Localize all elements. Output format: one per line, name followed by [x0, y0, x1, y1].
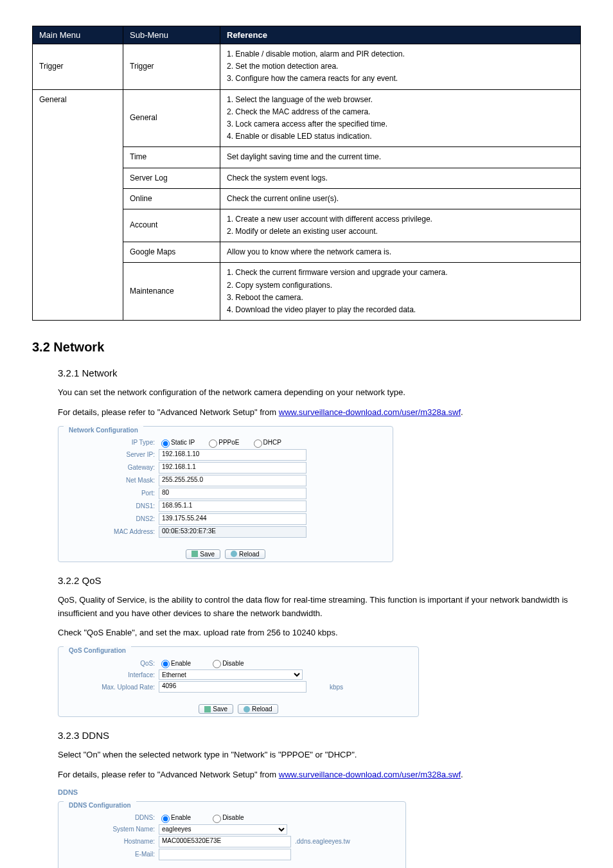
btn-label: Reload	[239, 551, 260, 558]
mac-value: 00:0E:53:20:E7:3E	[159, 526, 306, 538]
para-qos-1: QoS, Quality of Service, is the ability …	[58, 594, 581, 621]
th-sub-menu: Sub-Menu	[123, 26, 220, 44]
para-ddns-2: For details, please refer to "Advanced N…	[58, 768, 581, 782]
reload-button[interactable]: Reload	[238, 704, 278, 714]
save-button[interactable]: Save	[199, 704, 233, 714]
cell-sub: Time	[123, 147, 220, 168]
radio-label: Enable	[171, 660, 191, 667]
dns2-label: DNS2:	[65, 515, 159, 522]
network-config-panel: Network Configuration IP Type: Static IP…	[58, 426, 393, 562]
unit-label: kbps	[326, 684, 343, 691]
interface-select[interactable]: Ethernet	[159, 669, 303, 680]
cell-sub: General	[123, 89, 220, 147]
para-netcfg-link: For details, please refer to "Advanced N…	[58, 406, 581, 420]
cell-ref: 1. Select the language of the web browse…	[220, 89, 581, 147]
qos-disable-radio[interactable]	[213, 660, 221, 668]
main-menu-table: Main Menu Sub-Menu Reference Trigger Tri…	[32, 26, 581, 321]
ddns-config-panel: DDNS Configuration DDNS: Enable Disable …	[58, 801, 406, 868]
save-icon	[204, 706, 211, 713]
subheading-qos: 3.2.2 QoS	[58, 575, 581, 586]
hostname-label: Hostname:	[65, 838, 159, 845]
radio-label: PPPoE	[218, 439, 239, 446]
ddns-disable-radio[interactable]	[213, 815, 221, 823]
email-label: E-Mail:	[65, 851, 159, 858]
table-row: General General 1. Select the language o…	[33, 89, 581, 147]
radio-label: Disable	[222, 660, 244, 667]
para-netcfg-intro: You can set the network configuration of…	[58, 386, 581, 400]
heading-network: 3.2 Network	[32, 340, 581, 355]
ddns-title: DDNS	[32, 788, 581, 796]
btn-label: Reload	[252, 705, 272, 713]
sysname-select[interactable]: eagleeyes	[159, 824, 287, 835]
para-ddns-1: Select "On" when the selected network ty…	[58, 748, 581, 762]
gateway-label: Gateway:	[65, 464, 159, 471]
serverip-input[interactable]: 192.168.1.10	[159, 449, 306, 461]
btn-label: Save	[200, 551, 215, 558]
cell-ref: Allow you to know where the network came…	[220, 242, 581, 263]
legend: Network Configuration	[64, 425, 143, 434]
cell-sub: Account	[123, 209, 220, 242]
save-icon	[191, 551, 198, 557]
advanced-setup-link[interactable]: www.surveillance-download.com/user/m328a…	[279, 407, 461, 417]
hostname-suffix: .ddns.eagleeyes.tw	[291, 838, 350, 845]
reload-button[interactable]: Reload	[225, 549, 265, 559]
text: .	[461, 407, 463, 417]
reload-icon	[231, 551, 237, 557]
subheading-ddns: 3.2.3 DDNS	[58, 730, 581, 741]
text: For details, please refer to "Advanced N…	[58, 407, 279, 417]
ddns-enable-radio[interactable]	[161, 815, 170, 823]
para-qos-2: Check "QoS Enable", and set the max. upl…	[58, 626, 581, 640]
cell-ref: 1. Check the current firmware version an…	[220, 263, 581, 321]
save-button[interactable]: Save	[186, 549, 220, 559]
gateway-input[interactable]: 192.168.1.1	[159, 462, 306, 474]
cell-sub: Maintenance	[123, 263, 220, 321]
maxrate-label: Max. Upload Rate:	[65, 684, 159, 691]
cell-sub: Server Log	[123, 168, 220, 188]
text: For details, please refer to "Advanced N…	[58, 770, 279, 779]
cell-ref: Check the current online user(s).	[220, 188, 581, 209]
legend: QoS Configuration	[64, 646, 131, 654]
subheading-network: 3.2.1 Network	[58, 368, 581, 378]
dns1-input[interactable]: 168.95.1.1	[159, 500, 306, 512]
radio-label: Enable	[171, 814, 191, 821]
iptype-dhcp-radio[interactable]	[254, 439, 262, 448]
cell-ref: Check the system event logs.	[220, 168, 581, 188]
netmask-label: Net Mask:	[65, 477, 159, 484]
cell-sub: Online	[123, 188, 220, 209]
mac-label: MAC Address:	[65, 528, 159, 535]
serverip-label: Server IP:	[65, 451, 159, 458]
advanced-setup-link[interactable]: www.surveillance-download.com/user/m328a…	[279, 770, 461, 779]
port-label: Port:	[65, 490, 159, 497]
hostname-input[interactable]: MAC000E5320E73E	[159, 836, 291, 847]
reload-icon	[244, 706, 250, 713]
dns2-input[interactable]: 139.175.55.244	[159, 513, 306, 525]
cell-sub: Google Maps	[123, 242, 220, 263]
text: .	[461, 770, 463, 779]
table-row: Trigger Trigger 1. Enable / disable moti…	[33, 44, 581, 90]
cell-ref: 1. Create a new user account with differ…	[220, 209, 581, 242]
cell-main: General	[33, 89, 123, 321]
netmask-input[interactable]: 255.255.255.0	[159, 475, 306, 486]
radio-label: Disable	[222, 814, 244, 821]
radio-label: Static IP	[171, 439, 195, 446]
th-reference: Reference	[220, 26, 581, 44]
qos-config-panel: QoS Configuration QoS: Enable Disable In…	[58, 646, 419, 717]
ddns-label: DDNS:	[65, 814, 159, 821]
email-input[interactable]	[159, 849, 291, 860]
iptype-pppoe-radio[interactable]	[209, 439, 217, 448]
sysname-label: System Name:	[65, 826, 159, 833]
maxrate-input[interactable]: 4096	[159, 681, 306, 693]
radio-label: DHCP	[263, 439, 281, 446]
legend: DDNS Configuration	[64, 801, 136, 809]
port-input[interactable]: 80	[159, 488, 306, 499]
btn-label: Save	[213, 705, 227, 713]
cell-ref: 1. Enable / disable motion, alarm and PI…	[220, 44, 581, 90]
interface-label: Interface:	[65, 671, 159, 678]
qos-enable-radio[interactable]	[161, 660, 170, 668]
iptype-label: IP Type:	[65, 439, 159, 446]
iptype-static-radio[interactable]	[161, 439, 170, 448]
th-main-menu: Main Menu	[33, 26, 123, 44]
dns1-label: DNS1:	[65, 502, 159, 509]
qos-label: QoS:	[65, 660, 159, 667]
cell-main: Trigger	[33, 44, 123, 90]
